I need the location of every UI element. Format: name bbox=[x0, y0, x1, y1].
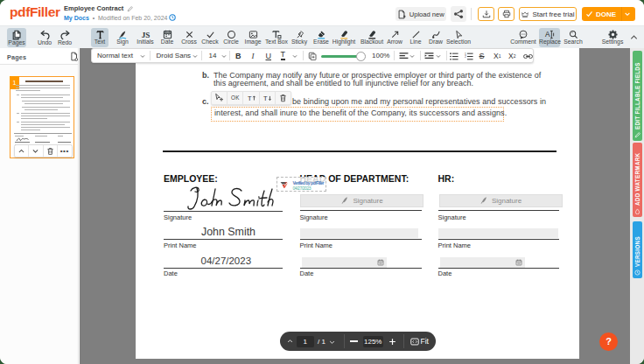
svg-text:2: 2 bbox=[465, 55, 466, 59]
svg-text:T: T bbox=[247, 94, 251, 102]
svg-text:T: T bbox=[263, 94, 268, 102]
svg-text:A: A bbox=[544, 31, 550, 38]
svg-text:04/27/2023: 04/27/2023 bbox=[293, 186, 312, 191]
